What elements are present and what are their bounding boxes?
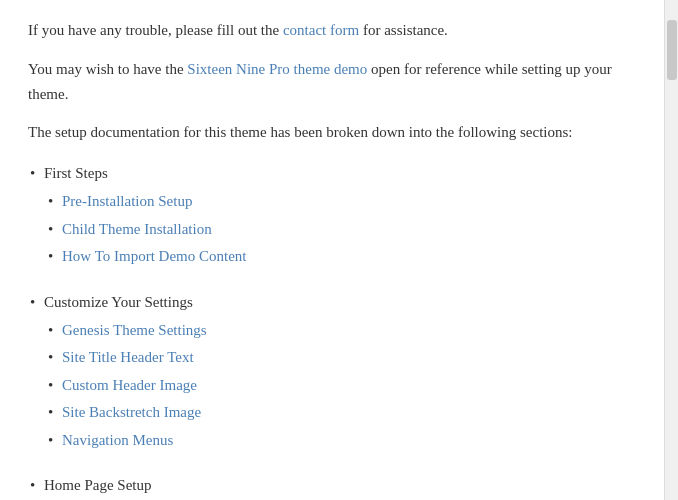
scrollbar-thumb[interactable] — [667, 20, 677, 80]
sub-link[interactable]: Pre-Installation Setup — [62, 193, 192, 209]
sub-link[interactable]: Child Theme Installation — [62, 221, 212, 237]
sub-list-customize: Genesis Theme SettingsSite Title Header … — [44, 318, 636, 454]
sub-link[interactable]: Custom Header Image — [62, 377, 197, 393]
scrollbar-track[interactable] — [664, 0, 678, 500]
list-item: Navigation Menus — [44, 428, 636, 454]
list-item: Child Theme Installation — [44, 217, 636, 243]
list-item: How To Import Demo Content — [44, 244, 636, 270]
main-sections-list: First StepsPre-Installation SetupChild T… — [28, 161, 636, 500]
list-item: Genesis Theme Settings — [44, 318, 636, 344]
sections-intro-paragraph: The setup documentation for this theme h… — [28, 120, 636, 145]
section-label-home-page-setup: Home Page Setup — [44, 473, 636, 497]
sub-link[interactable]: Genesis Theme Settings — [62, 322, 207, 338]
trouble-text-after: for assistance. — [359, 22, 448, 38]
sub-link[interactable]: Site Backstretch Image — [62, 404, 201, 420]
section-item-home-page-setup: Home Page SetupHome Page Layout — [28, 473, 636, 500]
section-label-customize: Customize Your Settings — [44, 290, 636, 314]
content-area[interactable]: If you have any trouble, please fill out… — [0, 0, 664, 500]
section-item-customize: Customize Your SettingsGenesis Theme Set… — [28, 290, 636, 454]
sections-intro-text: The setup documentation for this theme h… — [28, 124, 572, 140]
demo-text-before: You may wish to have the — [28, 61, 187, 77]
sub-link[interactable]: Navigation Menus — [62, 432, 173, 448]
contact-form-link[interactable]: contact form — [283, 22, 359, 38]
list-item: Custom Header Image — [44, 373, 636, 399]
page-wrapper: If you have any trouble, please fill out… — [0, 0, 678, 500]
sub-link[interactable]: How To Import Demo Content — [62, 248, 247, 264]
list-item: Site Title Header Text — [44, 345, 636, 371]
list-item: Site Backstretch Image — [44, 400, 636, 426]
trouble-paragraph: If you have any trouble, please fill out… — [28, 18, 636, 43]
list-item: Pre-Installation Setup — [44, 189, 636, 215]
sub-list-first-steps: Pre-Installation SetupChild Theme Instal… — [44, 189, 636, 270]
section-label-first-steps: First Steps — [44, 161, 636, 185]
section-item-first-steps: First StepsPre-Installation SetupChild T… — [28, 161, 636, 270]
trouble-text-before: If you have any trouble, please fill out… — [28, 22, 283, 38]
demo-paragraph: You may wish to have the Sixteen Nine Pr… — [28, 57, 636, 107]
sub-link[interactable]: Site Title Header Text — [62, 349, 194, 365]
demo-link[interactable]: Sixteen Nine Pro theme demo — [187, 61, 367, 77]
